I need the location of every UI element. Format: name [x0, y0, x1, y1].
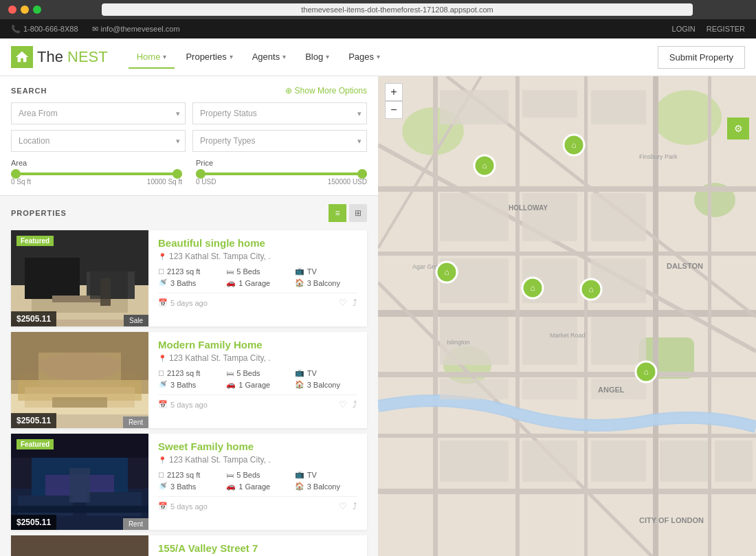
featured-badge: Featured [16, 439, 54, 449]
grid-view-button[interactable]: ⊞ [349, 204, 367, 222]
logo[interactable]: The NEST [11, 46, 108, 68]
login-link[interactable]: LOGIN [672, 25, 696, 33]
area-slider-fill [11, 173, 182, 175]
property-title-2[interactable]: Modern Family Home [158, 339, 357, 351]
area-slider-thumb-right[interactable] [173, 169, 182, 179]
property-types-wrap: Property Types [192, 130, 367, 152]
property-actions-3 [339, 501, 357, 511]
svg-rect-60 [522, 193, 577, 241]
browser-url[interactable]: themeveseel-items-dot-themeforest-171208… [102, 3, 693, 16]
property-info-4: 155/A Valley Street 7 123 Kathal St. Tam… [148, 535, 367, 556]
list-view-button[interactable]: ≡ [329, 204, 346, 222]
favorite-button[interactable] [339, 298, 347, 308]
property-address-1: 123 Kathal St. Tampa City, . [158, 252, 357, 261]
svg-rect-15 [52, 397, 107, 408]
navigation: The NEST Home ▾ Properties ▾ Agents ▾ Bl… [0, 38, 756, 76]
svg-rect-73 [591, 441, 646, 482]
property-image-1[interactable]: Featured $2505.11 Sale [11, 230, 148, 326]
properties-label: PROPERTIES [11, 209, 67, 217]
svg-rect-56 [440, 90, 509, 124]
svg-rect-48 [515, 76, 520, 556]
tv-feature: 📺 TV [295, 267, 357, 276]
svg-rect-51 [708, 76, 711, 556]
garage-feature: 🚗 1 Garage [226, 482, 289, 491]
map-settings-button[interactable]: ⚙ [727, 118, 749, 140]
property-date-1: 📅 5 days ago [158, 298, 208, 307]
register-link[interactable]: REGISTER [707, 25, 745, 33]
price-slider-thumb-left[interactable] [196, 169, 205, 179]
location-select[interactable]: Location [11, 130, 186, 152]
area-from-select[interactable]: Area From [11, 102, 186, 124]
list-icon: ≡ [335, 208, 340, 218]
svg-rect-68 [440, 379, 509, 399]
show-more-options[interactable]: ⊕ Show More Options [285, 86, 367, 96]
svg-text:Finsbury Park: Finsbury Park [639, 153, 678, 160]
show-more-text: Show More Options [295, 86, 367, 96]
favorite-button[interactable] [339, 501, 347, 511]
zoom-out-button[interactable]: − [385, 101, 403, 119]
property-features-1: ◻ 2123 sq ft 🛏 5 Beds 📺 TV 🚿 3 Baths 🚗 1… [158, 267, 357, 287]
property-image-4[interactable] [11, 535, 148, 556]
plus-icon: ⊕ [285, 86, 294, 96]
svg-text:⌂: ⌂ [482, 161, 487, 170]
search-label: SEARCH [11, 87, 47, 95]
main-content: SEARCH ⊕ Show More Options Area From Pro… [0, 76, 756, 556]
price-slider-label: Price [196, 159, 367, 167]
nav-item-blog[interactable]: Blog ▾ [297, 46, 337, 69]
top-bar-right: LOGIN REGISTER [672, 25, 745, 33]
map-panel[interactable]: HOLLOWAY ANGEL DALSTON CITY OF LONDON Ag… [378, 76, 756, 556]
minimize-dot[interactable] [21, 5, 29, 14]
calendar-icon: 📅 [158, 400, 168, 409]
price-max: 150000 USD [328, 178, 367, 186]
property-image-3[interactable]: Featured $2505.11 Rent [11, 434, 148, 530]
property-types-select[interactable]: Property Types [192, 130, 367, 152]
svg-text:Market Road: Market Road [550, 332, 586, 339]
svg-text:DALSTON: DALSTON [667, 262, 703, 270]
property-title-1[interactable]: Beautiful single home [158, 237, 357, 249]
nav-items: Home ▾ Properties ▾ Agents ▾ Blog ▾ Page… [129, 46, 388, 69]
property-address-3: 123 Kathal St. Tampa City, . [158, 455, 357, 465]
price-slider-thumb-right[interactable] [357, 169, 367, 179]
area-from-wrap: Area From [11, 102, 186, 124]
pin-icon [158, 353, 166, 363]
property-date-3: 📅 5 days ago [158, 502, 208, 511]
share-button[interactable] [353, 501, 357, 511]
share-button[interactable] [353, 298, 357, 308]
calendar-icon: 📅 [158, 502, 168, 511]
property-address-2: 123 Kathal St. Tampa City, . [158, 353, 357, 363]
submit-property-button[interactable]: Submit Property [658, 46, 745, 69]
zoom-in-button[interactable]: + [385, 83, 403, 101]
svg-text:CITY OF LONDON: CITY OF LONDON [639, 516, 704, 524]
property-title-4[interactable]: 155/A Valley Street 7 [158, 542, 357, 554]
properties-header: PROPERTIES ≡ ⊞ [11, 204, 367, 222]
maximize-dot[interactable] [33, 5, 41, 14]
nav-item-pages[interactable]: Pages ▾ [340, 46, 388, 69]
svg-rect-50 [653, 76, 658, 556]
svg-text:⌂: ⌂ [571, 140, 576, 150]
property-title-3[interactable]: Sweet Family home [158, 441, 357, 452]
email-info: ✉ info@themeveseel.com [92, 25, 180, 34]
share-button[interactable] [353, 399, 357, 410]
favorite-button[interactable] [339, 399, 347, 410]
property-image-2[interactable]: $2505.11 Rent [11, 332, 148, 428]
property-card: 155/A Valley Street 7 123 Kathal St. Tam… [11, 535, 367, 556]
svg-rect-57 [522, 90, 577, 118]
area-slider-track [11, 173, 182, 175]
property-status-wrap: Property Status [192, 102, 367, 124]
svg-rect-61 [591, 193, 646, 241]
nav-item-home[interactable]: Home ▾ [129, 46, 175, 69]
nav-item-properties[interactable]: Properties ▾ [177, 46, 241, 69]
close-dot[interactable] [8, 5, 16, 14]
area-slider-thumb-left[interactable] [11, 169, 21, 179]
email-icon: ✉ [92, 25, 98, 34]
calendar-icon: 📅 [158, 298, 168, 307]
property-features-2: ◻ 2123 sq ft 🛏 5 Beds 📺 TV 🚿 3 Baths 🚗 1… [158, 368, 357, 389]
price-slider-fill [196, 173, 367, 175]
map-zoom-controls: + − [385, 83, 403, 119]
property-status-select[interactable]: Property Status [192, 102, 367, 124]
featured-badge: Featured [16, 236, 54, 246]
properties-section: PROPERTIES ≡ ⊞ [0, 196, 378, 556]
top-bar: 📞 1-800-666-8X88 ✉ info@themeveseel.com … [0, 19, 756, 38]
nav-item-agents[interactable]: Agents ▾ [244, 46, 294, 69]
phone-number: 1-800-666-8X88 [23, 25, 78, 33]
